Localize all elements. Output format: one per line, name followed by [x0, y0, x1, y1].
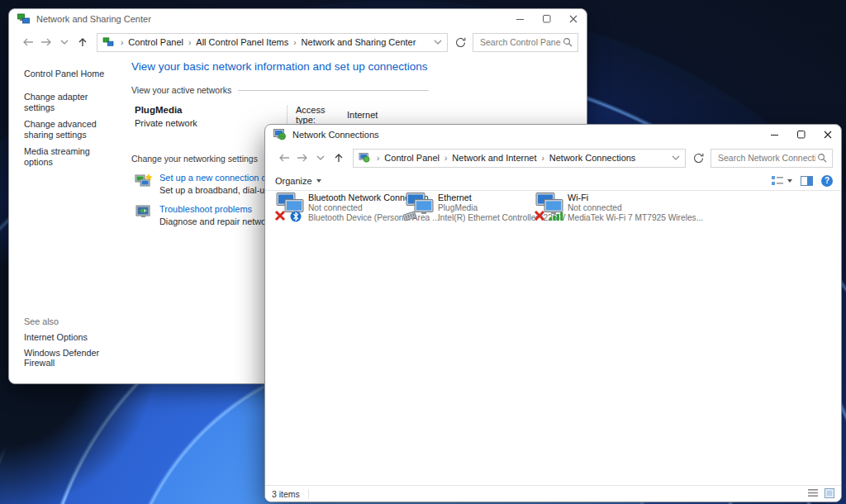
search-box[interactable]: [473, 33, 578, 52]
search-box[interactable]: [711, 149, 833, 168]
search-input[interactable]: [716, 152, 817, 164]
help-button[interactable]: ?: [821, 175, 833, 187]
sidebar-item-control-panel-home[interactable]: Control Panel Home: [24, 69, 123, 78]
up-icon[interactable]: [74, 33, 92, 51]
search-icon: [817, 153, 827, 163]
bluetooth-connection-icon: [273, 193, 307, 222]
address-dropdown-icon[interactable]: [434, 37, 442, 47]
change-view-button[interactable]: [772, 176, 792, 186]
page-title: View your basic network information and …: [131, 60, 587, 73]
network-connections-icon: [273, 129, 286, 140]
access-type-label: Access type:: [296, 105, 347, 125]
troubleshoot-icon: [135, 204, 153, 221]
breadcrumb-control-panel[interactable]: Control Panel: [383, 153, 441, 163]
forward-icon[interactable]: [37, 33, 55, 51]
see-also-label: See also: [24, 316, 123, 326]
sidebar-item-change-adapter-settings[interactable]: Change adapter settings: [24, 92, 113, 113]
connection-name: Wi-Fi: [568, 193, 703, 202]
titlebar[interactable]: Network and Sharing Center: [9, 9, 587, 29]
titlebar[interactable]: Network Connections: [265, 125, 841, 145]
address-bar[interactable]: › Control Panel › All Control Panel Item…: [97, 33, 448, 52]
search-icon: [563, 37, 573, 47]
back-icon[interactable]: [19, 33, 37, 51]
maximize-button[interactable]: [788, 125, 815, 145]
help-glyph: ?: [825, 176, 829, 185]
sidebar-item-change-advanced-sharing-settings[interactable]: Change advanced sharing settings: [24, 119, 113, 140]
breadcrumb-network-and-internet[interactable]: Network and Internet: [450, 153, 538, 163]
close-button[interactable]: [815, 125, 841, 145]
chevron-down-icon: [316, 179, 321, 183]
command-toolbar: Organize ?: [265, 171, 841, 191]
minimize-button[interactable]: [507, 9, 534, 29]
breadcrumb-separator: ›: [290, 38, 299, 47]
network-sharing-center-icon: [102, 37, 114, 47]
bluetooth-connection-item[interactable]: Bluetooth Network Connection Not connect…: [273, 193, 402, 223]
refresh-icon[interactable]: [689, 149, 707, 167]
ethernet-connection-icon: [403, 193, 436, 222]
navigation-bar: › Control Panel › All Control Panel Item…: [9, 29, 587, 55]
status-divider: [308, 489, 309, 499]
breadcrumb-separator: ›: [373, 154, 383, 163]
ethernet-connection-item[interactable]: Ethernet PlugMedia Intel(R) Ethernet Con…: [403, 193, 532, 223]
breadcrumb-network-connections[interactable]: Network Connections: [548, 153, 638, 163]
search-input[interactable]: [478, 36, 563, 48]
recent-locations-chevron-icon[interactable]: [311, 149, 330, 167]
navigation-bar: › Control Panel › Network and Internet ›…: [265, 145, 841, 171]
sidebar-item-windows-defender-firewall[interactable]: Windows Defender Firewall: [24, 348, 123, 368]
large-icons-view-icon[interactable]: [825, 488, 834, 500]
network-connections-icon: [359, 153, 370, 163]
maximize-button[interactable]: [534, 9, 560, 29]
wifi-connection-icon: [533, 193, 566, 222]
breadcrumb-all-control-panel-items[interactable]: All Control Panel Items: [194, 37, 290, 47]
details-view-icon[interactable]: [808, 488, 818, 499]
up-icon[interactable]: [330, 149, 348, 167]
breadcrumb-separator: ›: [538, 154, 547, 163]
active-networks-section-header: View your active networks: [131, 85, 429, 95]
desktop-wallpaper: Network and Sharing Center: [0, 0, 846, 504]
items-count: 3 items: [272, 489, 308, 499]
new-connection-icon: [135, 173, 153, 189]
close-button[interactable]: [560, 9, 587, 29]
breadcrumb-separator: ›: [117, 38, 126, 47]
status-bar: 3 items: [265, 485, 841, 502]
chevron-down-icon: [787, 179, 792, 183]
window-title: Network and Sharing Center: [36, 14, 151, 24]
sidebar-item-internet-options[interactable]: Internet Options: [24, 332, 123, 342]
breadcrumb-network-and-sharing-center[interactable]: Network and Sharing Center: [300, 37, 418, 47]
network-sharing-center-icon: [17, 13, 30, 25]
back-icon[interactable]: [275, 149, 293, 167]
address-bar[interactable]: › Control Panel › Network and Internet ›…: [353, 149, 686, 168]
window-title: Network Connections: [292, 130, 379, 140]
connection-status: Not connected: [568, 203, 703, 213]
preview-pane-button[interactable]: [801, 176, 813, 186]
connection-device: MediaTek Wi-Fi 7 MT7925 Wireles...: [568, 213, 703, 223]
access-type-value: Internet: [347, 110, 378, 120]
recent-locations-chevron-icon[interactable]: [55, 33, 74, 51]
networking-settings-label: Change your networking settings: [131, 154, 258, 164]
control-panel-sidebar: Control Panel Home Change adapter settin…: [9, 57, 123, 383]
see-also-section: See also Internet Options Windows Defend…: [24, 316, 123, 373]
forward-icon[interactable]: [293, 149, 311, 167]
network-connections-window[interactable]: Network Connections: [264, 124, 842, 502]
connections-list: Bluetooth Network Connection Not connect…: [265, 189, 841, 485]
network-profile: Private network: [135, 118, 287, 128]
breadcrumb-separator: ›: [185, 38, 194, 47]
network-name: PlugMedia: [135, 105, 287, 115]
wifi-connection-item[interactable]: Wi-Fi Not connected MediaTek Wi-Fi 7 MT7…: [533, 193, 662, 223]
minimize-button[interactable]: [762, 125, 788, 145]
address-dropdown-icon[interactable]: [672, 153, 680, 163]
section-rule: [238, 90, 429, 91]
breadcrumb-control-panel[interactable]: Control Panel: [126, 37, 185, 47]
refresh-icon[interactable]: [451, 33, 469, 51]
breadcrumb-separator: ›: [441, 154, 450, 163]
active-networks-label: View your active networks: [131, 85, 231, 95]
organize-button[interactable]: Organize: [275, 176, 321, 186]
sidebar-item-media-streaming-options[interactable]: Media streaming options: [24, 146, 113, 168]
organize-label: Organize: [275, 176, 312, 186]
